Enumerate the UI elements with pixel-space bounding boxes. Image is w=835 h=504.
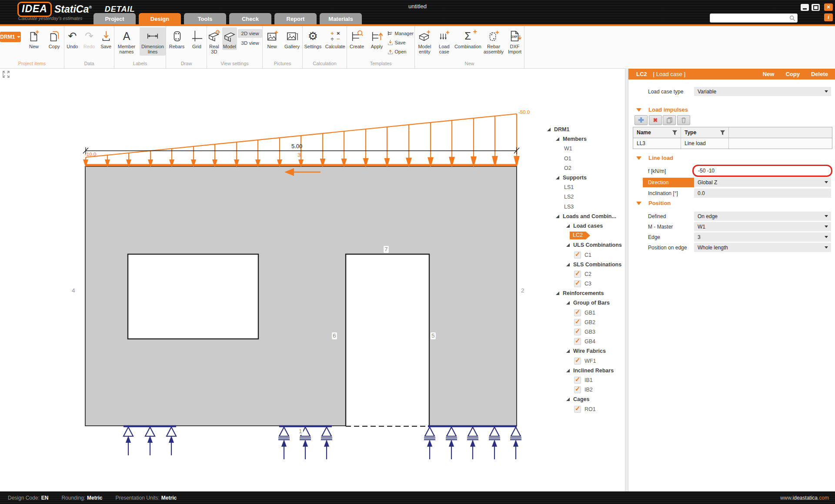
- check-icon[interactable]: [574, 280, 581, 287]
- new-load-case-button[interactable]: Load case: [435, 27, 453, 56]
- close-button[interactable]: ✕: [824, 3, 833, 11]
- tab-materials[interactable]: Materials: [320, 13, 362, 24]
- expander-icon[interactable]: [556, 176, 559, 179]
- opening-o2[interactable]: [346, 255, 429, 428]
- filter-icon[interactable]: [672, 130, 677, 135]
- minimize-button[interactable]: [801, 4, 809, 11]
- real-3d-button[interactable]: Real 3D: [207, 27, 221, 56]
- save-button[interactable]: Save: [98, 27, 114, 50]
- expander-icon[interactable]: [556, 292, 559, 295]
- tree-item-inclined-rebars[interactable]: Inclined Rebars: [546, 366, 624, 375]
- table-header-name[interactable]: Name: [633, 127, 681, 138]
- rebars-toggle[interactable]: Rebars: [167, 27, 187, 50]
- line-load-ll3[interactable]: [84, 114, 519, 166]
- tab-report[interactable]: Report: [274, 13, 317, 24]
- 2d-view-button[interactable]: 2D view: [238, 29, 262, 38]
- template-open-button[interactable]: Open: [387, 47, 414, 56]
- delete-impulse-button[interactable]: ✖: [649, 115, 662, 125]
- undo-button[interactable]: ↶ Undo: [64, 27, 80, 50]
- tree-item-load-cases[interactable]: Load cases: [546, 221, 624, 231]
- tree-item-ls2[interactable]: LS2: [546, 192, 624, 202]
- tree-item-supports[interactable]: Supports: [546, 173, 624, 182]
- check-icon[interactable]: [574, 252, 581, 259]
- search-input[interactable]: [710, 15, 789, 21]
- support-group-ls2[interactable]: [278, 427, 332, 459]
- dxf-import-button[interactable]: DXF DXF Import: [505, 27, 524, 56]
- check-icon[interactable]: [574, 338, 581, 345]
- tree-item-group-of-bars[interactable]: Group of Bars: [546, 298, 624, 308]
- new-rebar-assembly-button[interactable]: Rebar assembly: [483, 27, 504, 56]
- position-on-edge-select[interactable]: Whole length: [694, 243, 831, 252]
- table-row-type[interactable]: Line load: [681, 138, 729, 149]
- tree-item-ls1[interactable]: LS1: [546, 182, 624, 192]
- new-load-case-header-button[interactable]: New: [763, 71, 775, 77]
- grid-toggle[interactable]: Grid: [188, 27, 206, 50]
- maximize-button[interactable]: [812, 4, 820, 11]
- tab-tools[interactable]: Tools: [184, 13, 226, 24]
- expander-icon[interactable]: [566, 301, 570, 305]
- tree-item-c3[interactable]: C3: [546, 279, 624, 288]
- tab-project[interactable]: Project: [94, 13, 136, 24]
- tree-item-lc2[interactable]: LC2: [546, 231, 624, 240]
- line-load-section[interactable]: Line load: [636, 155, 673, 161]
- new-model-entity-button[interactable]: Model entity: [415, 27, 434, 56]
- position-section[interactable]: Position: [636, 200, 671, 206]
- expander-icon[interactable]: [566, 243, 570, 247]
- website-link[interactable]: www.ideastatica.com: [780, 495, 829, 501]
- defined-select[interactable]: On edge: [694, 212, 831, 221]
- table-row-name[interactable]: LL3: [633, 138, 681, 149]
- load-impulses-section[interactable]: Load impulses: [636, 106, 688, 113]
- calculate-button[interactable]: +×÷− Calculate: [324, 27, 347, 50]
- opening-o1[interactable]: [128, 254, 258, 339]
- support-group-ls3[interactable]: [424, 427, 521, 459]
- delete-load-case-header-button[interactable]: Delete: [811, 71, 828, 77]
- edge-select[interactable]: 3: [694, 232, 831, 242]
- info-button[interactable]: i: [824, 13, 833, 21]
- template-apply-button[interactable]: Apply: [367, 27, 387, 50]
- copy-load-case-header-button[interactable]: Copy: [785, 71, 800, 77]
- template-manager-button[interactable]: Manager: [387, 29, 414, 37]
- template-create-button[interactable]: Create: [347, 27, 367, 50]
- expander-icon[interactable]: [556, 137, 559, 141]
- filter-icon[interactable]: [720, 130, 725, 135]
- check-icon[interactable]: [574, 386, 581, 393]
- tab-check[interactable]: Check: [229, 13, 271, 24]
- tab-design[interactable]: Design: [139, 13, 181, 24]
- check-icon[interactable]: [574, 271, 581, 278]
- tree-item-o2[interactable]: O2: [546, 163, 624, 173]
- expander-icon[interactable]: [566, 369, 570, 372]
- master-select[interactable]: W1: [694, 222, 831, 231]
- tree-item-cages[interactable]: Cages: [546, 395, 624, 404]
- tree-item-reinforcements[interactable]: Reinforcements: [546, 288, 624, 298]
- tree-item-gb2[interactable]: GB2: [546, 318, 624, 327]
- expander-icon[interactable]: [566, 224, 570, 228]
- template-save-button[interactable]: Save: [387, 38, 414, 46]
- tree-item-gb1[interactable]: GB1: [546, 308, 624, 318]
- f-input[interactable]: -50 -10: [692, 165, 832, 177]
- tree-item-o1[interactable]: O1: [546, 154, 624, 163]
- table-header-type[interactable]: Type: [681, 127, 729, 138]
- tree-item-c2[interactable]: C2: [546, 269, 624, 279]
- new-picture-button[interactable]: New: [263, 27, 281, 50]
- tree-item-loads-and-combinations[interactable]: Loads and Combin...: [546, 212, 624, 221]
- tree-item-c1[interactable]: C1: [546, 250, 624, 259]
- tree-item-drm1[interactable]: DRM1: [546, 125, 624, 134]
- tree-item-members[interactable]: Members: [546, 134, 624, 144]
- expander-icon[interactable]: [566, 349, 570, 353]
- dimension-lines-toggle[interactable]: Dimension lines: [140, 27, 166, 56]
- tree-item-gb4[interactable]: GB4: [546, 337, 624, 346]
- expander-icon[interactable]: [566, 263, 570, 266]
- load-case-type-select[interactable]: Variable: [694, 87, 831, 96]
- inclination-input[interactable]: 0.0: [694, 189, 831, 198]
- expander-icon[interactable]: [556, 215, 559, 218]
- support-group-ls1[interactable]: [124, 427, 176, 455]
- check-icon[interactable]: [574, 358, 581, 365]
- tree-item-ib1[interactable]: IB1: [546, 375, 624, 385]
- add-impulse-button[interactable]: ✚: [635, 115, 648, 125]
- new-project-item-button[interactable]: New: [24, 27, 44, 50]
- direction-select[interactable]: Global Z: [694, 178, 831, 187]
- tree-item-wf1[interactable]: WF1: [546, 356, 624, 366]
- copy-impulse-button[interactable]: [663, 115, 676, 125]
- project-item-selector[interactable]: DRM1: [0, 32, 21, 42]
- panel-splitter[interactable]: [625, 68, 628, 491]
